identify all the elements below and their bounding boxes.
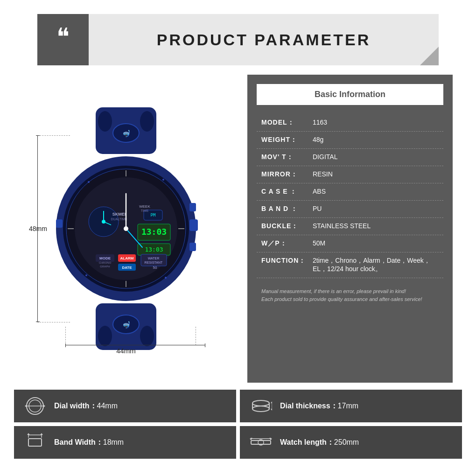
svg-text:50: 50 [153,266,157,270]
spec-dial-width: Dial width：44mm [14,390,236,422]
info-panel: Basic Information MODEL： 1163 WEIGHT： 48… [247,75,453,383]
svg-text:DUALTIME: DUALTIME [111,217,127,221]
band-label: B A N D ： [261,205,313,213]
svg-point-54 [124,226,128,231]
svg-marker-70 [271,409,272,411]
svg-point-56 [162,179,164,181]
svg-text:CHRONO: CHRONO [99,261,112,264]
info-note: Manual measurement, if there is an error… [257,284,443,307]
case-value: ABS [313,188,326,195]
svg-text:PM: PM [151,213,156,217]
case-label: C A S E ： [261,188,313,196]
dial-thickness-label: Dial thickness： [280,402,338,410]
info-row-model: MODEL： 1163 [257,114,443,132]
spec-dial-thickness: Dial thickness：17mm [240,390,462,422]
dim-w-line-right [196,327,196,345]
svg-text:SKMEI: SKMEI [112,212,126,217]
svg-marker-69 [271,401,272,403]
svg-text:🤿: 🤿 [122,130,131,138]
band-width-label: Band Width： [54,438,103,446]
buckle-label: BUCKLE： [261,222,313,231]
info-row-function: FUNCTION： 2time，Chrono，Alarm，Date，Week，E… [257,252,443,278]
watch-length-value: 250mm [334,438,359,446]
height-label: 48mm [29,225,47,232]
weight-label: WEIGHT： [261,136,313,144]
quote-box: ❝ [37,14,89,65]
watch-length-text: Watch length：250mm [280,438,359,448]
movt-value: DIGITAL [313,153,337,161]
corner-decoration [420,47,439,65]
watch-length-label: Watch length： [280,438,334,446]
svg-marker-62 [25,405,27,407]
watch-length-icon [249,431,273,454]
dial-width-icon [23,394,47,418]
dial-thickness-icon [249,394,273,418]
svg-text:MODE: MODE [99,256,111,260]
svg-rect-44 [141,254,167,266]
svg-text:DATE: DATE [122,266,132,270]
band-width-value: 18mm [103,438,124,446]
dial-thickness-text: Dial thickness：17mm [280,401,358,411]
svg-text:WATER: WATER [148,257,160,260]
svg-point-57 [85,274,87,276]
svg-point-1 [98,111,112,132]
svg-text:🤿: 🤿 [122,321,131,329]
info-row-band: B A N D ： PU [257,201,443,218]
page-title: PRODUCT PARAMETER [89,31,439,49]
quote-mark: ❝ [56,25,70,49]
svg-rect-17 [189,243,196,251]
svg-point-58 [165,277,167,279]
svg-text:RESISTANT: RESISTANT [145,261,163,264]
band-width-text: Band Width：18mm [54,438,124,448]
svg-text:GRAPH: GRAPH [100,265,110,268]
mirror-value: RESIN [313,170,333,178]
svg-rect-16 [189,203,196,211]
main-content: 48mm 🤿 🤿 [14,75,462,383]
watch-container: 48mm 🤿 🤿 [28,98,224,359]
info-header-title: Basic Information [266,90,434,99]
info-row-wp: W／P： 50M [257,235,443,252]
svg-rect-71 [28,439,42,446]
dial-width-value: 44mm [97,402,118,410]
band-value: PU [313,205,322,212]
dim-w-line-left [65,327,66,345]
info-row-buckle: BUCKLE： STAINLESS STEEL [257,218,443,235]
svg-rect-77 [251,441,271,444]
svg-text:ALARM: ALARM [120,256,134,260]
wp-label: W／P： [261,239,313,248]
svg-point-67 [252,406,269,412]
function-value: 2time，Chrono，Alarm，Date，Week，EL，12/24 ho… [313,257,439,273]
watch-image: 🤿 🤿 [51,107,201,350]
svg-rect-18 [56,219,63,228]
width-label: 44mm [116,347,136,355]
band-width-icon [23,431,47,454]
svg-rect-15 [189,219,198,231]
dial-thickness-value: 17mm [338,402,358,410]
model-label: MODEL： [261,119,313,127]
svg-point-55 [88,181,90,183]
info-row-weight: WEIGHT： 48g [257,132,443,149]
info-row-movt: MOV' T： DIGITAL [257,149,443,166]
svg-point-6 [98,326,112,346]
function-label: FUNCTION： [261,257,313,265]
info-header: Basic Information [257,84,443,105]
wp-value: 50M [313,239,325,247]
dial-width-text: Dial width：44mm [54,401,118,411]
spec-watch-length: Watch length：250mm [240,426,462,459]
svg-point-7 [140,326,154,346]
bottom-specs: Dial width：44mm Dial thickness：17mm [14,390,462,459]
weight-value: 48g [313,136,323,143]
buckle-value: STAINLESS STEEL [313,222,371,230]
watch-panel: 48mm 🤿 🤿 [14,75,238,383]
movt-label: MOV' T： [261,153,313,161]
svg-marker-63 [43,405,45,407]
svg-point-64 [252,400,269,406]
svg-point-2 [140,111,154,132]
info-row-mirror: MIRROR： RESIN [257,166,443,183]
svg-text:13:03: 13:03 [145,246,163,253]
spec-band-width: Band Width：18mm [14,426,236,459]
svg-text:WEEK: WEEK [139,204,150,209]
svg-text:13:03: 13:03 [141,227,167,237]
svg-text:TIME: TIME [141,209,149,212]
info-row-case: C A S E ： ABS [257,183,443,201]
